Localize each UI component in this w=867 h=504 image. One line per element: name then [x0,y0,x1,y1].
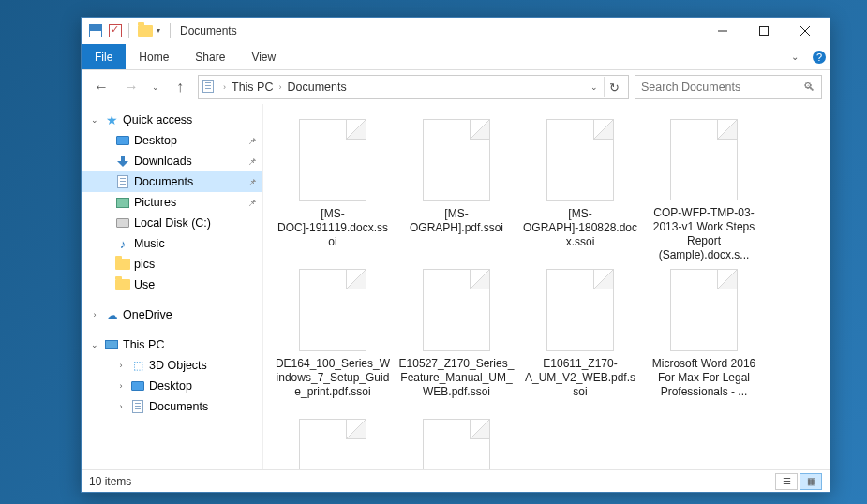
sidebar-item-documents[interactable]: ›Documents [82,396,262,417]
sidebar-item-label: Local Disk (C:) [134,216,211,230]
sidebar-item-documents[interactable]: Documents📌︎ [82,171,262,192]
file-icon [423,119,490,201]
file-name: [MS-OGRAPH].pdf.ssoi [398,207,515,235]
nav-back-button[interactable]: ← [89,75,113,99]
star-icon: ★ [104,112,119,127]
ribbon-expand-icon[interactable]: ⌄ [781,44,809,69]
svg-rect-1 [760,27,769,36]
file-item[interactable]: [MS-DOC]-191119.docx.ssoi [271,115,395,265]
tab-file[interactable]: File [82,44,126,69]
pc-icon [104,337,119,352]
tab-view[interactable]: View [238,44,289,69]
file-name: DE164_100_Series_Windows_7_Setup_Guide_p… [275,357,391,399]
qat-expand-icon[interactable]: ▾ [157,26,166,36]
sidebar-item-downloads[interactable]: Downloads📌︎ [82,151,262,171]
body: ⌄ ★ Quick access Desktop📌︎Downloads📌︎Doc… [82,104,830,469]
pin-icon: 📌︎ [247,198,257,208]
file-item[interactable]: MOAC_Word_2016_Core.pdf.ssoi [395,415,518,469]
nav-this-pc[interactable]: ⌄ This PC [82,334,262,355]
qat-separator-2 [170,23,171,38]
file-item[interactable]: COP-WFP-TMP-03-2013-v1 Work Steps Report… [642,115,766,265]
chevron-right-icon[interactable]: › [115,402,127,411]
file-grid: [MS-DOC]-191119.docx.ssoi[MS-OGRAPH].pdf… [271,115,822,469]
desktop-icon [115,133,130,148]
minimize-button[interactable] [702,18,743,44]
sidebar-item-label: Music [134,237,165,250]
nav-label: OneDrive [123,308,172,321]
file-item[interactable]: DE164_100_Series_Windows_7_Setup_Guide_p… [271,265,395,415]
tab-home[interactable]: Home [126,44,182,69]
ribbon-tabs: File Home Share View ⌄ ? [82,44,830,70]
chevron-right-icon[interactable]: › [115,361,127,370]
disk-icon [115,215,130,230]
nav-recent-dropdown[interactable]: ⌄ [149,75,162,99]
search-input[interactable] [641,81,803,94]
folder-icon [115,257,130,272]
search-icon[interactable]: 🔍︎ [803,81,815,94]
file-item[interactable]: [MS-OGRAPH]-180828.docx.ssoi [518,115,642,265]
chevron-down-icon[interactable]: ⌄ [89,340,100,349]
explorer-window: ▾ Documents File Home Share View ⌄ ? ← →… [81,17,830,493]
sidebar-item-3d-objects[interactable]: ›⬚3D Objects [82,355,262,376]
navigation-pane[interactable]: ⌄ ★ Quick access Desktop📌︎Downloads📌︎Doc… [82,104,263,469]
qat-properties-icon[interactable] [87,23,103,39]
sidebar-item-label: Desktop [149,379,192,393]
sidebar-item-music[interactable]: ♪Music [82,233,262,254]
address-bar[interactable]: › This PC › Documents ⌄ ↻ [198,75,629,99]
search-box[interactable]: 🔍︎ [635,75,822,99]
sidebar-item-label: Documents [149,400,208,413]
view-icons-button[interactable]: ▦ [800,473,822,490]
tab-share[interactable]: Share [182,44,238,69]
sidebar-item-use[interactable]: Use [82,274,262,295]
file-icon [299,119,366,201]
sidebar-item-pictures[interactable]: Pictures📌︎ [82,192,262,213]
window-title: Documents [180,24,237,37]
sidebar-item-label: Pictures [134,196,176,209]
chevron-right-icon[interactable]: › [89,310,100,319]
sidebar-item-pics[interactable]: pics [82,254,262,274]
nav-forward-button[interactable]: → [119,75,143,99]
crumb-sep-icon[interactable]: › [277,82,283,92]
nav-up-button[interactable]: ↑ [168,75,192,99]
file-item[interactable]: [MS-OGRAPH].pdf.ssoi [395,115,518,265]
file-list-area[interactable]: [MS-DOC]-191119.docx.ssoi[MS-OGRAPH].pdf… [263,104,830,469]
refresh-button[interactable]: ↻ [604,77,624,97]
close-button[interactable] [785,18,826,44]
docs-icon [115,174,130,189]
nav-onedrive[interactable]: › ☁ OneDrive [82,304,262,325]
pin-icon: 📌︎ [247,156,257,167]
sidebar-item-desktop[interactable]: Desktop📌︎ [82,130,262,151]
sidebar-item-local-disk-c-[interactable]: Local Disk (C:) [82,213,262,233]
pin-icon: 📌︎ [247,136,257,146]
file-item[interactable]: E10611_Z170-A_UM_V2_WEB.pdf.ssoi [518,265,642,415]
sidebar-item-desktop[interactable]: ›Desktop [82,376,262,396]
chevron-down-icon[interactable]: ⌄ [89,115,100,125]
title-bar: ▾ Documents [82,18,830,44]
sidebar-item-label: pics [134,258,155,271]
qat-separator [128,23,129,38]
help-icon[interactable]: ? [809,44,830,69]
cloud-icon: ☁ [104,307,119,322]
crumb-sep-icon[interactable]: › [221,82,228,92]
address-dropdown-icon[interactable]: ⌄ [585,82,604,92]
file-item[interactable]: E10527_Z170_Series_Feature_Manual_UM_WEB… [395,265,518,415]
breadcrumb[interactable]: Documents [283,81,350,94]
file-icon [423,269,490,351]
desktop-icon [130,378,145,393]
maximize-button[interactable] [743,18,785,44]
docs-icon [130,399,145,414]
sidebar-item-label: Documents [134,175,193,188]
file-item[interactable]: MNL-0875.pdf.ssoi [271,415,395,469]
svg-text:?: ? [816,52,822,63]
sidebar-item-label: Downloads [134,155,192,168]
view-details-button[interactable]: ☰ [775,473,798,490]
file-name: [MS-DOC]-191119.docx.ssoi [275,207,391,249]
nav-label: Quick access [123,113,192,126]
address-row: ← → ⌄ ↑ › This PC › Documents ⌄ ↻ 🔍︎ [82,70,830,104]
nav-quick-access[interactable]: ⌄ ★ Quick access [82,110,262,130]
qat-select-icon[interactable] [107,23,123,39]
file-item[interactable]: Microsoft Word 2016 For Max For Legal Pr… [642,265,766,415]
breadcrumb[interactable]: This PC [228,81,277,94]
sidebar-item-label: 3D Objects [149,359,207,372]
chevron-right-icon[interactable]: › [115,381,127,391]
